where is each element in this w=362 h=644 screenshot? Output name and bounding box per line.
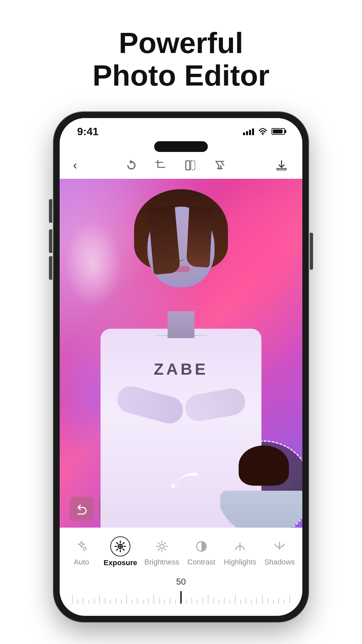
shadows-tool-label: Shadows <box>264 558 295 567</box>
highlights-tool-label: Highlights <box>224 558 256 567</box>
headline-line1: Powerful <box>119 26 243 59</box>
tick-mark <box>97 595 102 604</box>
tick-mark <box>211 598 216 604</box>
svg-line-23 <box>158 549 159 550</box>
tick-mark <box>222 598 227 604</box>
tick-mark <box>75 600 80 604</box>
tick-mark <box>151 595 157 604</box>
phone-frame: 9:41 ‹ <box>54 112 308 622</box>
highlights-tool[interactable]: Highlights <box>220 534 260 569</box>
tick-mark <box>146 598 151 604</box>
headline-line2: Photo Editor <box>93 59 269 92</box>
undo-button[interactable] <box>70 497 94 521</box>
tick-mark <box>124 595 129 604</box>
svg-line-21 <box>165 549 166 550</box>
brightness-tool[interactable]: Brightness <box>141 534 183 569</box>
adjust-tool-button[interactable] <box>213 158 227 173</box>
tick-mark <box>80 598 86 604</box>
svg-point-0 <box>262 134 263 135</box>
auto-tool[interactable]: Auto <box>63 534 100 569</box>
dynamic-island <box>154 141 208 152</box>
status-bar: 9:41 <box>60 118 302 141</box>
tick-mark <box>238 600 243 604</box>
status-icons <box>243 128 285 135</box>
before-arrow <box>170 469 203 497</box>
toolbar-center <box>124 158 227 173</box>
status-time: 9:41 <box>77 125 99 138</box>
tick-mark <box>276 598 281 604</box>
tick-mark <box>249 600 254 604</box>
svg-line-20 <box>158 542 159 543</box>
tick-mark <box>113 598 119 604</box>
tick-mark <box>129 600 135 604</box>
crop-tool-button[interactable] <box>154 158 168 173</box>
contrast-tool[interactable]: Contrast <box>183 534 220 569</box>
wifi-icon <box>258 128 267 135</box>
tick-mark <box>270 600 276 604</box>
tick-mark <box>194 600 200 604</box>
exposure-tool-label: Exposure <box>104 558 137 567</box>
tick-mark <box>70 595 75 604</box>
svg-line-22 <box>165 542 166 543</box>
svg-rect-2 <box>191 161 195 170</box>
toolbar: ‹ <box>60 152 302 179</box>
tick-mark <box>227 600 232 604</box>
tick-mark <box>189 598 194 604</box>
tick-mark <box>243 598 249 604</box>
svg-line-10 <box>123 549 124 550</box>
download-button[interactable] <box>274 158 289 173</box>
tick-mark <box>205 595 211 604</box>
tick-mark <box>162 600 167 604</box>
svg-line-9 <box>117 542 118 543</box>
bottom-controls: Auto <box>60 528 302 616</box>
tick-mark <box>260 595 265 604</box>
svg-line-12 <box>117 549 118 550</box>
photo-area: ZABE <box>60 179 302 528</box>
tick-mark <box>184 600 189 604</box>
tick-mark <box>157 598 162 604</box>
tick-mark <box>281 600 287 604</box>
edit-tools-row: Auto <box>60 528 302 573</box>
contrast-tool-label: Contrast <box>187 558 215 567</box>
tick-mark <box>167 598 173 604</box>
toolbar-right <box>274 158 289 173</box>
tick-mark <box>119 600 124 604</box>
battery-icon <box>272 128 285 135</box>
auto-tool-label: Auto <box>74 558 89 567</box>
photo-background: ZABE <box>60 179 302 528</box>
svg-point-3 <box>83 547 86 550</box>
headline: Powerful Photo Editor <box>93 27 269 92</box>
tick-mark <box>265 598 270 604</box>
tick-mark <box>233 595 238 604</box>
tick-mark <box>135 598 140 604</box>
slider-value: 50 <box>70 577 292 587</box>
svg-point-15 <box>160 544 164 548</box>
tick-mark <box>200 598 205 604</box>
tick-mark <box>254 598 259 604</box>
toolbar-left: ‹ <box>73 158 77 172</box>
slider-handle[interactable] <box>180 591 182 603</box>
phone-inner: 9:41 ‹ <box>60 118 302 616</box>
svg-rect-1 <box>186 161 190 170</box>
exposure-tool[interactable]: Exposure <box>100 534 141 570</box>
shadows-tool[interactable]: Shadows <box>260 534 299 569</box>
tick-mark <box>108 600 113 604</box>
tick-mark <box>102 598 108 604</box>
tick-mark <box>86 600 92 604</box>
tick-mark <box>92 598 97 604</box>
rotate-tool-button[interactable] <box>124 158 139 173</box>
tick-mark <box>216 600 222 604</box>
brightness-tool-label: Brightness <box>144 558 179 567</box>
tick-mark <box>140 600 145 604</box>
signal-icon <box>243 128 254 135</box>
slider-area: 50 <box>60 573 302 609</box>
tick-mark <box>287 595 292 604</box>
tick-mark <box>173 600 178 604</box>
svg-line-11 <box>123 542 124 543</box>
flip-tool-button[interactable] <box>183 158 198 173</box>
back-button[interactable]: ‹ <box>73 158 77 172</box>
slider-track[interactable] <box>70 590 292 604</box>
